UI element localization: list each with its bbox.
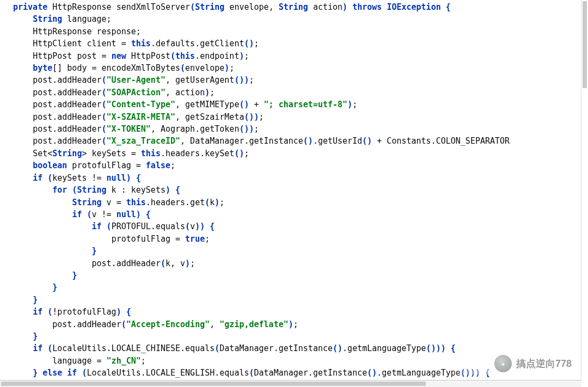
code-line: for (String k : keySets) { — [52, 185, 180, 195]
code-line: HttpClient client = this.defaults.getCli… — [33, 39, 259, 48]
code-line: HttpResponse response; — [33, 27, 141, 36]
code-line: HttpPost post = new HttpPost(this.endpoi… — [33, 51, 249, 61]
code-line: String v = this.headers.get(k); — [72, 198, 224, 207]
code-line: } — [33, 295, 38, 305]
code-line: if (keySets != null) { — [33, 173, 141, 183]
code-line: } — [33, 331, 38, 341]
code-line: post.addHeader("User-Agent", getUserAgen… — [33, 75, 254, 85]
code-line: private HttpResponse sendXmlToServer(Str… — [13, 2, 451, 12]
code-line: post.addHeader("X_sza_TraceID", DataMana… — [33, 136, 510, 146]
code-line: post.addHeader("Accept-Encoding", "gzip,… — [52, 320, 298, 329]
vertical-scrollbar-thumb[interactable] — [583, 1, 587, 88]
code-line: post.addHeader(k, v); — [92, 259, 195, 268]
code-line: Set<String> keySets = this.headers.keySe… — [33, 149, 249, 158]
code-line: if (v != null) { — [72, 210, 151, 219]
code-line: protofulFlag = true; — [112, 234, 210, 244]
keyword-private: private — [13, 2, 47, 12]
code-line: post.addHeader("SOAPAction", action); — [33, 88, 215, 97]
code-line: post.addHeader("X-SZAIR-META", getSzairM… — [33, 112, 264, 122]
code-line: } — [52, 282, 57, 292]
horizontal-scrollbar[interactable] — [0, 380, 581, 387]
code-line: language = "zh_CN"; — [52, 356, 146, 366]
code-line: post.addHeader("Content-Type", getMIMETy… — [33, 100, 357, 109]
code-editor[interactable]: private HttpResponse sendXmlToServer(Str… — [0, 0, 588, 379]
code-line: if (LocaleUtils.LOCALE_CHINESE.equals(Da… — [33, 343, 456, 353]
code-line: } — [92, 246, 97, 256]
code-line: if (PROTOFUL.equals(v)) { — [92, 222, 215, 231]
code-line: byte[] body = encodeXmlToBytes(envelope)… — [33, 63, 234, 73]
vertical-scrollbar[interactable] — [581, 0, 588, 380]
code-line: boolean protofulFlag = false; — [33, 161, 175, 170]
code-line: } — [72, 271, 77, 280]
code-line: if (!protofulFlag) { — [33, 307, 131, 317]
code-line: String language; — [33, 14, 112, 24]
code-line: post.addHeader("X-TOKEN", Aograph.getTok… — [33, 124, 259, 134]
horizontal-scrollbar-thumb[interactable] — [1, 382, 426, 386]
code-line: } else if (LocaleUtils.LOCALE_ENGLISH.eq… — [33, 368, 490, 378]
